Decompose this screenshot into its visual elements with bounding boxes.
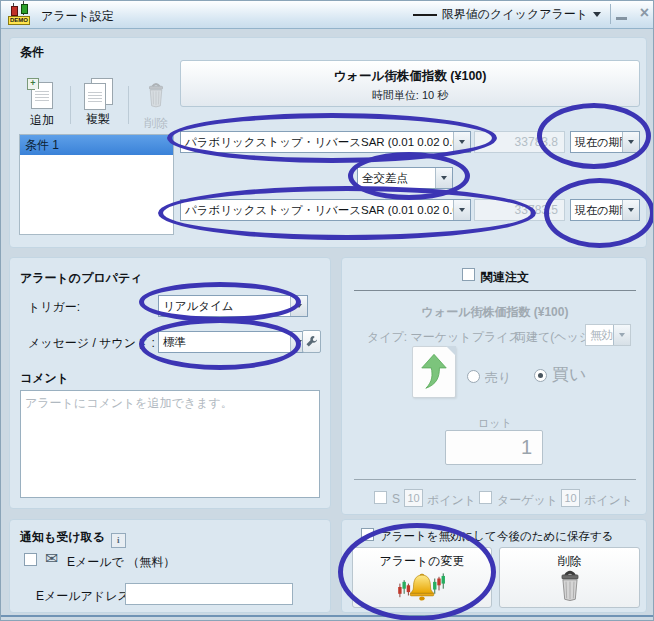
window-bottom-line [1,615,654,617]
indicator2-dropdown[interactable]: パラボリックストップ・リバースSAR (0.01 0.02 0.01) [180,199,471,221]
add-document-icon: + [31,82,53,109]
divider [354,479,636,480]
target-points-field: 10 [561,489,580,507]
delete-alert-button[interactable]: 削除 [499,547,640,608]
chevron-down-icon [622,200,639,220]
title-bar: DEMO アラート設定 限界値のクイックアラート × [1,1,654,29]
chevron-down-icon [453,132,470,152]
toolbar-separator [128,86,129,124]
related-order-checkbox[interactable] [462,268,475,281]
lot-field: 1 [445,430,543,465]
buy-label: 買い [552,363,586,386]
order-instrument-label: ウォール街株価指数 (¥100) [342,304,648,321]
hedge-dropdown: 無効 [585,324,631,346]
sound-settings-button[interactable] [302,330,321,353]
comment-label: コメント [20,370,69,387]
notifications-groupbox: 通知も受け取るi ✉ Eメールで （無料） Eメールアドレス [9,519,331,613]
related-order-groupbox: 関連注文 ウォール街株価指数 (¥100) タイプ: マーケットプライス 両建て… [341,257,647,515]
toolbar-separator [70,86,71,124]
info-icon[interactable]: i [111,533,126,548]
stop-loss-points-field: 10 [404,489,423,507]
instrument-timeframe: 時間単位: 10 秒 [181,88,639,103]
duplicate-icon [84,82,112,108]
trash-can-icon [555,570,585,602]
modify-alert-button[interactable]: アラートの変更 [352,547,492,608]
demo-candlestick-icon: DEMO [8,4,38,25]
instrument-name: ウォール街株価指数 (¥100) [181,68,639,85]
alert-preset-dropdown[interactable]: 限界値のクイックアラート [413,5,601,24]
close-button[interactable]: × [640,4,649,22]
period2-dropdown[interactable]: 現在の期間 [570,199,640,221]
wrench-icon [305,335,318,348]
sell-radio [467,370,480,383]
crossing-dropdown[interactable]: 全交差点 [357,167,453,189]
delete-condition-button: 削除 [134,82,178,132]
chevron-down-icon [613,325,630,345]
lot-label: ロット [342,416,648,431]
bell-icon [393,570,451,604]
buy-order-icon [412,346,456,398]
chevron-down-icon [435,168,452,188]
trigger-dropdown[interactable]: リアルタイム [158,295,308,317]
chevron-down-icon [453,200,470,220]
alert-properties-groupbox: アラートのプロパティ トリガー: リアルタイム メッセージ / サウンド : 標… [9,257,331,509]
window-title: アラート設定 [41,8,114,25]
value2-field: 33783.5 [474,199,565,221]
envelope-icon: ✉ [45,551,58,567]
message-sound-dropdown[interactable]: 標準 [158,331,308,353]
chevron-down-icon [622,132,639,152]
hedge-label: 両建て(ヘッジ) [514,329,595,346]
divider [354,290,636,291]
duplicate-condition-button[interactable]: 複製 [76,82,120,128]
save-disabled-label: アラートを無効にして今後のために保存する [380,529,614,544]
related-order-label: 関連注文 [481,269,529,286]
message-sound-label: メッセージ / サウンド : [28,335,155,352]
sell-label: 売り [485,369,511,387]
titlebar-separator [610,4,611,24]
trigger-label: トリガー: [28,299,80,316]
chevron-down-icon [290,296,307,316]
limit-line-icon [413,14,437,16]
email-option-label: Eメールで （無料） [67,554,175,571]
order-type-label: タイプ: マーケットプライス [367,329,521,346]
indicator1-dropdown[interactable]: パラボリックストップ・リバースSAR (0.01 0.02 0.01) [180,131,471,153]
comment-textarea[interactable] [20,390,320,498]
instrument-header-button[interactable]: ウォール街株価指数 (¥100) 時間単位: 10 秒 [180,60,640,107]
stop-loss-checkbox [374,491,387,504]
demo-badge: DEMO [8,16,30,25]
value1-field: 33783.8 [474,131,565,153]
target-checkbox [479,491,492,504]
save-disabled-checkbox[interactable] [361,528,374,541]
chevron-down-icon [593,12,601,17]
period1-dropdown[interactable]: 現在の期間 [570,131,640,153]
conditions-groupbox: 条件 + 追加 複製 削除 ウォール街株価指数 [9,37,647,248]
stop-loss-label: S [392,492,400,506]
list-item-condition-1[interactable]: 条件 1 [20,135,173,155]
target-label: ターゲット [497,492,558,509]
notifications-title: 通知も受け取るi [20,529,126,548]
footer-groupbox: アラートを無効にして今後のために保存する アラートの変更 削除 [341,519,647,613]
conditions-list: 条件 1 [19,134,174,235]
stop-points-unit: ポイント [427,492,476,509]
add-condition-button[interactable]: + 追加 [20,82,64,129]
target-points-unit: ポイント [584,492,633,509]
alert-settings-window: DEMO アラート設定 限界値のクイックアラート × 条件 + 追加 複製 [0,0,654,621]
email-address-label: Eメールアドレス [36,588,130,605]
email-address-input[interactable] [125,583,293,605]
alert-properties-title: アラートのプロパティ [20,270,143,287]
email-checkbox[interactable] [24,553,37,566]
minimize-button[interactable] [616,17,627,20]
trash-icon [143,82,169,108]
buy-radio [534,369,547,382]
conditions-title: 条件 [20,44,44,61]
alert-preset-label: 限界値のクイックアラート [442,6,588,23]
